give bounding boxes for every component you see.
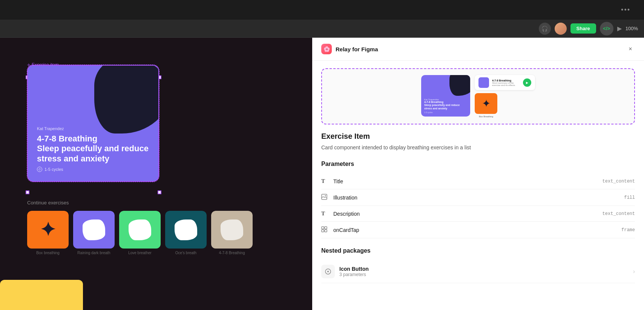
preview-blob (449, 75, 470, 96)
preview-thumb-purple (478, 77, 489, 88)
param-type-oncardtap: frame (621, 227, 635, 233)
param-row-oncardtap: onCardTap frame (321, 222, 635, 238)
list-item[interactable]: Love breather (119, 211, 161, 255)
list-item[interactable]: 4-7-8 Breathing (211, 211, 253, 255)
blob-shape-icon (83, 219, 105, 240)
relay-header: 🌸 Relay for Figma × (312, 38, 644, 61)
preview-item-btn: ▶ (523, 78, 531, 87)
exercise-card[interactable]: Kat Trapendez 4-7-8 Breathing Sleep peac… (27, 65, 159, 182)
svg-point-7 (327, 271, 329, 272)
panel-content: Exercise Item Card component intended to… (312, 132, 644, 292)
component-preview: Kat Trapendez 4-7-8 BreathingSleep peace… (321, 68, 635, 124)
headphone-icon[interactable]: 🎧 (539, 23, 551, 35)
image-icon (321, 194, 329, 201)
svg-point-1 (325, 195, 326, 196)
nested-info: Icon Button 3 parameters (339, 266, 633, 277)
thumb-label: Oce's breath (165, 251, 207, 255)
top-bar: ••• (0, 0, 644, 20)
nested-item-name: Icon Button (339, 266, 633, 272)
share-button[interactable]: Share (570, 23, 596, 34)
preview-list-item: 4-7-8 Breathing Short summary of the exe… (475, 75, 535, 90)
thumb-label: 4-7-8 Breathing (211, 251, 253, 255)
svg-rect-4 (322, 230, 324, 232)
preview-inner: Kat Trapendez 4-7-8 BreathingSleep peace… (421, 75, 535, 118)
nested-item-params: 3 parameters (339, 272, 633, 277)
nested-icon-box (321, 265, 335, 278)
preview-item-title: 4-7-8 Breathing (492, 79, 520, 82)
blob-shape-icon (175, 219, 197, 240)
t-icon: T (321, 178, 325, 184)
relay-title: Relay for Figma (336, 46, 378, 52)
card-author: Kat Trapendez (37, 126, 149, 131)
param-row-description: T Description text_content (321, 206, 635, 222)
preview-cycles: 1-5 cycles (424, 111, 467, 114)
relay-panel: 🌸 Relay for Figma × Kat Trapendez 4-7-8 … (312, 38, 644, 310)
thumb-label: Raining dark breath (73, 251, 115, 255)
star-icon: ✦ (482, 97, 491, 110)
clock-icon: ⏱ (37, 167, 42, 172)
chevron-right-icon: › (633, 268, 635, 275)
close-button[interactable]: × (626, 45, 635, 54)
code-button[interactable]: </> (600, 22, 613, 35)
thumb-beige (211, 211, 253, 249)
frame-icon (321, 226, 329, 233)
preview-item-desc: Short summary of the exercise and its ef… (492, 82, 520, 86)
play-button[interactable]: ▶ (617, 25, 622, 32)
toolbar: 🎧 Share </> ▶ 100% (0, 20, 644, 38)
param-name-illustration: Illustration (333, 195, 624, 201)
nested-section: Nested packages Icon Button 3 parameters… (321, 247, 635, 283)
star-icon: ✦ (40, 219, 56, 241)
thumb-orange: ✦ (27, 211, 69, 249)
component-description: Card component intended to display breat… (321, 144, 635, 152)
bottom-card-partial (0, 280, 83, 310)
menu-dots[interactable]: ••• (621, 6, 630, 14)
text-icon-2: T (321, 210, 329, 217)
zoom-level[interactable]: 100% (626, 26, 638, 31)
preview-large-card: Kat Trapendez 4-7-8 BreathingSleep peace… (421, 75, 470, 117)
list-item[interactable]: Oce's breath (165, 211, 207, 255)
preview-title: 4-7-8 BreathingSleep peacefully and redu… (424, 101, 467, 110)
selection-handle-bl (26, 190, 29, 194)
param-type-illustration: fill (624, 195, 635, 200)
preview-card-text: Kat Trapendez 4-7-8 BreathingSleep peace… (424, 98, 467, 114)
param-row-title: T Title text_content (321, 173, 635, 189)
relay-title-group: 🌸 Relay for Figma (321, 44, 378, 54)
preview-small-label: Box Breathing (475, 115, 497, 118)
preview-small-card-orange: ✦ Box Breathing (475, 93, 497, 118)
svg-rect-3 (325, 227, 327, 229)
continue-title: Continue exercises (27, 200, 253, 206)
user-avatar[interactable] (555, 23, 567, 35)
preview-list-items: 4-7-8 Breathing Short summary of the exe… (475, 75, 535, 118)
thumb-label: Box breathing (27, 251, 69, 255)
selection-handle-br (158, 190, 161, 194)
t-icon: T (321, 210, 325, 216)
param-name-description: Description (333, 211, 603, 217)
svg-rect-0 (322, 194, 327, 200)
nested-item-icon-button[interactable]: Icon Button 3 parameters › (321, 260, 635, 283)
component-name: Exercise Item (321, 132, 635, 141)
thumb-label: Love breather (119, 251, 161, 255)
svg-rect-5 (325, 230, 327, 232)
card-cycles: ⏱ 1-5 cycles (37, 167, 149, 172)
param-type-title: text_content (603, 179, 635, 184)
preview-small-thumb: ✦ (475, 93, 497, 114)
param-type-description: text_content (603, 211, 635, 216)
preview-small-cards: ✦ Box Breathing (475, 93, 535, 118)
list-item[interactable]: Raining dark breath (73, 211, 115, 255)
continue-section: Continue exercises ✦ Box breathing Raini… (27, 200, 253, 255)
relay-logo: 🌸 (321, 44, 332, 54)
thumb-teal (165, 211, 207, 249)
thumb-purple (73, 211, 115, 249)
svg-rect-2 (322, 227, 324, 229)
param-name-oncardtap: onCardTap (333, 227, 621, 233)
card-title: 4-7-8 Breathing Sleep peacefully and red… (37, 134, 149, 164)
param-name-title: Title (333, 178, 603, 184)
preview-info: 4-7-8 Breathing Short summary of the exe… (492, 79, 520, 86)
nested-section-title: Nested packages (321, 247, 635, 254)
parameters-section-title: Parameters (321, 161, 635, 167)
canvas-area: ✛ Exercise item Kat Trapendez 4-7-8 Brea… (0, 38, 312, 310)
list-item[interactable]: ✦ Box breathing (27, 211, 69, 255)
blob-shape-icon (129, 219, 151, 240)
text-icon: T (321, 178, 329, 184)
thumb-green (119, 211, 161, 249)
